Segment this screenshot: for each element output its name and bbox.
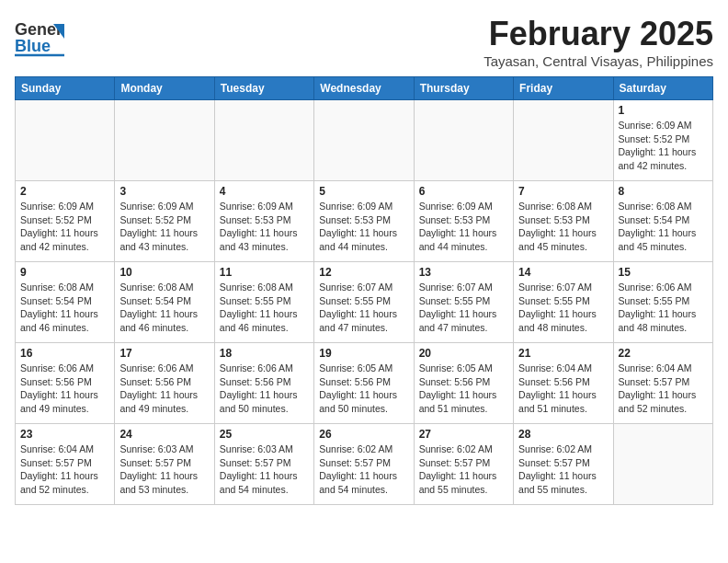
day-number: 18 bbox=[220, 347, 309, 360]
day-number: 28 bbox=[518, 428, 608, 441]
calendar-table: SundayMondayTuesdayWednesdayThursdayFrid… bbox=[15, 76, 713, 505]
day-detail: Sunrise: 6:04 AMSunset: 5:57 PMDaylight:… bbox=[20, 442, 109, 497]
day-number: 23 bbox=[20, 428, 109, 441]
calendar-week-4: 16Sunrise: 6:06 AMSunset: 5:56 PMDayligh… bbox=[16, 343, 713, 424]
calendar-cell: 23Sunrise: 6:04 AMSunset: 5:57 PMDayligh… bbox=[16, 424, 115, 505]
calendar-cell: 10Sunrise: 6:08 AMSunset: 5:54 PMDayligh… bbox=[115, 262, 214, 343]
weekday-header-friday: Friday bbox=[514, 77, 613, 100]
calendar-week-2: 2Sunrise: 6:09 AMSunset: 5:52 PMDaylight… bbox=[16, 181, 713, 262]
calendar-cell: 11Sunrise: 6:08 AMSunset: 5:55 PMDayligh… bbox=[214, 262, 313, 343]
calendar-cell: 12Sunrise: 6:07 AMSunset: 5:55 PMDayligh… bbox=[314, 262, 414, 343]
day-detail: Sunrise: 6:09 AMSunset: 5:52 PMDaylight:… bbox=[119, 200, 209, 254]
calendar-cell: 14Sunrise: 6:07 AMSunset: 5:55 PMDayligh… bbox=[514, 262, 613, 343]
day-detail: Sunrise: 6:08 AMSunset: 5:53 PMDaylight:… bbox=[518, 200, 608, 254]
page-title: February 2025 bbox=[483, 15, 713, 53]
day-number: 21 bbox=[518, 347, 608, 360]
day-detail: Sunrise: 6:04 AMSunset: 5:56 PMDaylight:… bbox=[518, 362, 608, 416]
page-header: General Blue February 2025 Tayasan, Cent… bbox=[15, 15, 713, 69]
weekday-header-thursday: Thursday bbox=[414, 77, 513, 100]
day-detail: Sunrise: 6:02 AMSunset: 5:57 PMDaylight:… bbox=[419, 442, 508, 497]
calendar-cell bbox=[16, 100, 115, 181]
calendar-cell bbox=[414, 100, 513, 181]
calendar-cell: 6Sunrise: 6:09 AMSunset: 5:53 PMDaylight… bbox=[414, 181, 513, 262]
day-number: 14 bbox=[518, 266, 608, 279]
calendar-cell: 5Sunrise: 6:09 AMSunset: 5:53 PMDaylight… bbox=[314, 181, 414, 262]
day-detail: Sunrise: 6:02 AMSunset: 5:57 PMDaylight:… bbox=[518, 442, 608, 497]
day-number: 20 bbox=[419, 347, 508, 360]
day-number: 15 bbox=[619, 266, 708, 279]
calendar-week-1: 1Sunrise: 6:09 AMSunset: 5:52 PMDaylight… bbox=[16, 100, 713, 181]
calendar-cell: 15Sunrise: 6:06 AMSunset: 5:55 PMDayligh… bbox=[613, 262, 712, 343]
day-detail: Sunrise: 6:05 AMSunset: 5:56 PMDaylight:… bbox=[419, 362, 508, 416]
day-detail: Sunrise: 6:08 AMSunset: 5:54 PMDaylight:… bbox=[619, 200, 708, 254]
day-number: 5 bbox=[319, 185, 408, 198]
day-number: 1 bbox=[619, 104, 708, 117]
calendar-cell bbox=[115, 100, 214, 181]
day-detail: Sunrise: 6:07 AMSunset: 5:55 PMDaylight:… bbox=[319, 281, 408, 335]
title-block: February 2025 Tayasan, Central Visayas, … bbox=[483, 15, 713, 69]
calendar-cell: 26Sunrise: 6:02 AMSunset: 5:57 PMDayligh… bbox=[314, 424, 414, 505]
calendar-cell: 25Sunrise: 6:03 AMSunset: 5:57 PMDayligh… bbox=[214, 424, 313, 505]
day-number: 8 bbox=[619, 185, 708, 198]
day-number: 27 bbox=[419, 428, 508, 441]
day-number: 19 bbox=[319, 347, 408, 360]
day-detail: Sunrise: 6:09 AMSunset: 5:53 PMDaylight:… bbox=[419, 200, 508, 254]
day-number: 9 bbox=[20, 266, 109, 279]
weekday-header-row: SundayMondayTuesdayWednesdayThursdayFrid… bbox=[16, 77, 713, 100]
day-detail: Sunrise: 6:02 AMSunset: 5:57 PMDaylight:… bbox=[319, 442, 408, 497]
calendar-cell: 27Sunrise: 6:02 AMSunset: 5:57 PMDayligh… bbox=[414, 424, 513, 505]
day-detail: Sunrise: 6:09 AMSunset: 5:53 PMDaylight:… bbox=[220, 200, 309, 254]
day-detail: Sunrise: 6:03 AMSunset: 5:57 PMDaylight:… bbox=[119, 442, 209, 497]
day-detail: Sunrise: 6:04 AMSunset: 5:57 PMDaylight:… bbox=[619, 362, 708, 416]
day-number: 26 bbox=[319, 428, 408, 441]
day-number: 16 bbox=[20, 347, 109, 360]
day-number: 24 bbox=[119, 428, 209, 441]
weekday-header-sunday: Sunday bbox=[16, 77, 115, 100]
calendar-cell: 22Sunrise: 6:04 AMSunset: 5:57 PMDayligh… bbox=[613, 343, 712, 424]
weekday-header-tuesday: Tuesday bbox=[214, 77, 313, 100]
day-detail: Sunrise: 6:06 AMSunset: 5:56 PMDaylight:… bbox=[119, 362, 209, 416]
calendar-cell: 28Sunrise: 6:02 AMSunset: 5:57 PMDayligh… bbox=[514, 424, 613, 505]
calendar-cell: 8Sunrise: 6:08 AMSunset: 5:54 PMDaylight… bbox=[613, 181, 712, 262]
day-detail: Sunrise: 6:06 AMSunset: 5:56 PMDaylight:… bbox=[220, 362, 309, 416]
calendar-cell bbox=[613, 424, 712, 505]
day-number: 6 bbox=[419, 185, 508, 198]
page-subtitle: Tayasan, Central Visayas, Philippines bbox=[483, 53, 713, 69]
calendar-cell: 4Sunrise: 6:09 AMSunset: 5:53 PMDaylight… bbox=[214, 181, 313, 262]
day-detail: Sunrise: 6:07 AMSunset: 5:55 PMDaylight:… bbox=[518, 281, 608, 335]
day-number: 17 bbox=[119, 347, 209, 360]
day-detail: Sunrise: 6:07 AMSunset: 5:55 PMDaylight:… bbox=[419, 281, 508, 335]
day-detail: Sunrise: 6:03 AMSunset: 5:57 PMDaylight:… bbox=[220, 442, 309, 497]
calendar-cell: 18Sunrise: 6:06 AMSunset: 5:56 PMDayligh… bbox=[214, 343, 313, 424]
calendar-week-3: 9Sunrise: 6:08 AMSunset: 5:54 PMDaylight… bbox=[16, 262, 713, 343]
calendar-cell bbox=[314, 100, 414, 181]
calendar-cell: 2Sunrise: 6:09 AMSunset: 5:52 PMDaylight… bbox=[16, 181, 115, 262]
day-detail: Sunrise: 6:09 AMSunset: 5:52 PMDaylight:… bbox=[619, 119, 708, 173]
calendar-cell: 3Sunrise: 6:09 AMSunset: 5:52 PMDaylight… bbox=[115, 181, 214, 262]
weekday-header-saturday: Saturday bbox=[613, 77, 712, 100]
day-number: 3 bbox=[119, 185, 209, 198]
day-detail: Sunrise: 6:09 AMSunset: 5:53 PMDaylight:… bbox=[319, 200, 408, 254]
svg-text:General: General bbox=[15, 20, 64, 39]
calendar-cell: 21Sunrise: 6:04 AMSunset: 5:56 PMDayligh… bbox=[514, 343, 613, 424]
calendar-cell: 20Sunrise: 6:05 AMSunset: 5:56 PMDayligh… bbox=[414, 343, 513, 424]
calendar-cell: 16Sunrise: 6:06 AMSunset: 5:56 PMDayligh… bbox=[16, 343, 115, 424]
calendar-cell: 19Sunrise: 6:05 AMSunset: 5:56 PMDayligh… bbox=[314, 343, 414, 424]
day-detail: Sunrise: 6:06 AMSunset: 5:55 PMDaylight:… bbox=[619, 281, 708, 335]
calendar-cell: 24Sunrise: 6:03 AMSunset: 5:57 PMDayligh… bbox=[115, 424, 214, 505]
calendar-week-5: 23Sunrise: 6:04 AMSunset: 5:57 PMDayligh… bbox=[16, 424, 713, 505]
calendar-cell: 1Sunrise: 6:09 AMSunset: 5:52 PMDaylight… bbox=[613, 100, 712, 181]
weekday-header-monday: Monday bbox=[115, 77, 214, 100]
logo-icon: General Blue bbox=[15, 15, 64, 59]
day-detail: Sunrise: 6:08 AMSunset: 5:54 PMDaylight:… bbox=[119, 281, 209, 335]
calendar-cell: 13Sunrise: 6:07 AMSunset: 5:55 PMDayligh… bbox=[414, 262, 513, 343]
day-number: 13 bbox=[419, 266, 508, 279]
calendar-cell: 17Sunrise: 6:06 AMSunset: 5:56 PMDayligh… bbox=[115, 343, 214, 424]
day-number: 22 bbox=[619, 347, 708, 360]
day-detail: Sunrise: 6:06 AMSunset: 5:56 PMDaylight:… bbox=[20, 362, 109, 416]
day-detail: Sunrise: 6:05 AMSunset: 5:56 PMDaylight:… bbox=[319, 362, 408, 416]
day-number: 10 bbox=[119, 266, 209, 279]
day-number: 7 bbox=[518, 185, 608, 198]
calendar-cell bbox=[514, 100, 613, 181]
logo: General Blue bbox=[15, 15, 64, 59]
